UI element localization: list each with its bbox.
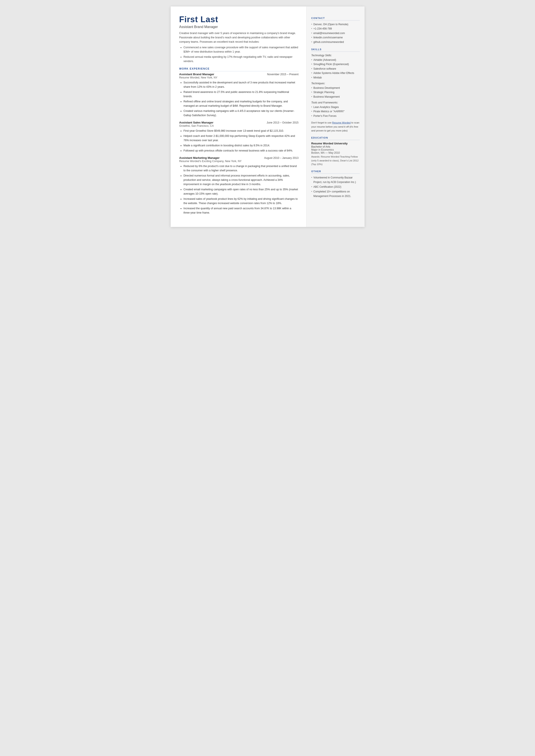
left-column: First Last Assistant Brand Manager Creat… (171, 7, 306, 227)
tech-skills-list: Airtable (Advanced)SmugMug Flickr (Exper… (311, 58, 360, 80)
contact-item: email@resumeworded.com (311, 31, 360, 35)
tool-item: Lean Analytics Stages (311, 105, 360, 109)
job-title-name: Assistant Marketing Manager (179, 156, 220, 159)
job-bullet: Successfully assisted in the development… (183, 80, 299, 89)
resume-container: First Last Assistant Brand Manager Creat… (171, 7, 365, 227)
other-item: Completed 10+ competitions on Management… (311, 189, 360, 198)
job-bullet: Raised brand awareness to 27.5% and publ… (183, 90, 299, 98)
other-section-title: OTHER (311, 170, 360, 174)
job-bullet: Increased the quantity of annual new pai… (183, 206, 299, 215)
techniques-label: Techniques: (311, 82, 360, 85)
contact-item: linkedin.com/in/username (311, 35, 360, 40)
technique-item: Strategic Planning (311, 90, 360, 95)
job-header: Assistant Brand ManagerNovember 2015 – P… (179, 72, 299, 76)
job-bullet: Made a significant contribution in boost… (183, 143, 299, 148)
work-experience-title: WORK EXPERIENCE (179, 67, 299, 71)
skills-section-title: SKILLS (311, 48, 360, 52)
job-header: Assistant Sales ManagerJune 2013 – Octob… (179, 121, 299, 124)
technique-item: Business Management (311, 95, 360, 99)
job-bullet: Directed numerous formal and informal pr… (183, 174, 299, 186)
job-bullet: Helped coach and foster 2-$1,000,000 top… (183, 134, 299, 142)
tech-skill-item: SmugMug Flickr (Experienced) (311, 62, 360, 66)
other-item: ABC Certification (2022) (311, 185, 360, 189)
edu-date: Boston, MA — May 2010 (311, 151, 360, 154)
techniques-list: Business DevelopmentStrategic PlanningBu… (311, 86, 360, 99)
job-dates: August 2010 – January 2013 (264, 156, 299, 159)
job-title-name: Assistant Sales Manager (179, 121, 213, 124)
rw-promo-link[interactable]: Resume Worded (332, 121, 351, 124)
contact-item: github.com/resumeworded (311, 40, 360, 44)
contact-item: +1-234-456-789 (311, 26, 360, 31)
tool-item: Porter's Five Forces (311, 114, 360, 118)
tools-list: Lean Analytics StagesPirate Metrics or "… (311, 105, 360, 118)
job-bullet: Followed up with previous offsite contra… (183, 149, 299, 153)
job-header: Assistant Marketing ManagerAugust 2010 –… (179, 156, 299, 159)
tech-skill-item: Airtable (Advanced) (311, 58, 360, 62)
name: First Last (179, 15, 299, 24)
edu-awards: Awards: Resume Worded Teaching Fellow (o… (311, 155, 360, 166)
contact-section-title: CONTACT (311, 17, 360, 20)
job-dates: June 2013 – October 2015 (267, 121, 298, 124)
job-bullet: Increased sales of yearbook product line… (183, 197, 299, 205)
jobs-container: Assistant Brand ManagerNovember 2015 – P… (179, 72, 299, 215)
job-block: Assistant Sales ManagerJune 2013 – Octob… (179, 121, 299, 153)
job-bullets: First-year Growthsi Store $549,980 incre… (183, 129, 299, 153)
job-dates: November 2015 – Present (267, 73, 299, 76)
edu-major: Major in Economics (311, 148, 360, 151)
job-bullet: Created email marketing campaigns with o… (183, 187, 299, 196)
technique-item: Business Development (311, 86, 360, 90)
job-block: Assistant Marketing ManagerAugust 2010 –… (179, 156, 299, 215)
rw-promo: Don't forget to use Resume Worded to sca… (311, 121, 360, 132)
summary-bullets: Commenced a new sales coverage procedure… (183, 45, 299, 63)
job-block: Assistant Brand ManagerNovember 2015 – P… (179, 72, 299, 118)
summary-bullet: Reduced annual media spending by 17% thr… (183, 55, 299, 63)
tools-label: Tools and Frameworks: (311, 101, 360, 104)
job-bullet: First-year Growthsi Store $549,980 incre… (183, 129, 299, 133)
other-list: Volunteered in Community Bazaar Project,… (311, 176, 360, 198)
tech-skill-item: Salesforce software (311, 67, 360, 71)
contact-list: Denver, OH (Open to Remote)+1-234-456-78… (311, 22, 360, 44)
job-company: Resume Worded, New York, NY (179, 76, 299, 79)
job-company: Growthsi, San Francisco, CA (179, 124, 299, 127)
job-bullet: Reduced by 6% the product's cost due to … (183, 164, 299, 173)
tech-skill-item: Minitab (311, 75, 360, 80)
job-bullet: Refined offline and online brand strateg… (183, 99, 299, 108)
education-section-title: EDUCATION (311, 136, 360, 140)
summary-bullet: Commenced a new sales coverage procedure… (183, 45, 299, 54)
tech-skills-label: Technology Skills: (311, 54, 360, 57)
job-title-name: Assistant Brand Manager (179, 72, 214, 76)
job-bullets: Reduced by 6% the product's cost due to … (183, 164, 299, 215)
edu-degree: Bachelor of Arts (311, 145, 360, 148)
right-column: CONTACT Denver, OH (Open to Remote)+1-23… (306, 7, 365, 227)
education-block: Resume Worded University Bachelor of Art… (311, 142, 360, 166)
tech-skill-item: Adobe Systems Adobe After Effects (311, 71, 360, 75)
tool-item: Pirate Metrics or "AARRR!" (311, 109, 360, 114)
job-bullet: Created various marketing campaigns with… (183, 109, 299, 118)
job-company: Resume Worded's Exciting Company, New Yo… (179, 160, 299, 163)
job-title-header: Assistant Brand Manager (179, 25, 299, 29)
contact-item: Denver, OH (Open to Remote) (311, 22, 360, 26)
edu-school: Resume Worded University (311, 142, 360, 145)
other-item: Volunteered in Community Bazaar Project,… (311, 176, 360, 184)
summary-text: Creative brand manager with over 5 years… (179, 31, 299, 44)
job-bullets: Successfully assisted in the development… (183, 80, 299, 118)
